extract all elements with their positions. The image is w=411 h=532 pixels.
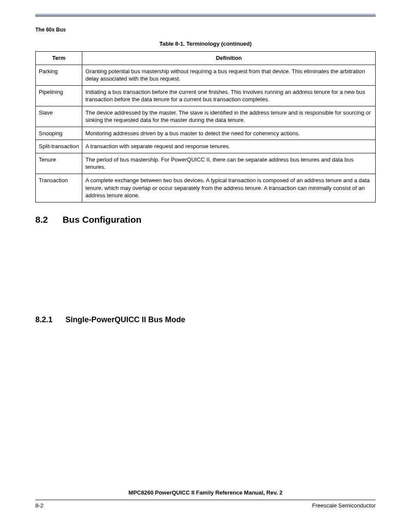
table-row: Snooping Monitoring addresses driven by … <box>36 127 376 140</box>
top-rule <box>35 15 376 17</box>
col-header-term: Term <box>36 52 82 65</box>
footer-vendor: Freescale Semiconductor <box>312 502 376 509</box>
definition-cell: Granting potential bus mastership withou… <box>82 65 376 85</box>
table-row: Tenure The period of bus mastership. For… <box>36 153 376 174</box>
term-cell: Transaction <box>36 174 82 202</box>
subsection-number: 8.2.1 <box>35 315 53 324</box>
definition-cell: A complete exchange between two bus devi… <box>82 174 376 202</box>
table-row: Slave The device addressed by the master… <box>36 106 376 127</box>
section-heading: 8.2 Bus Configuration <box>35 215 376 225</box>
table-row: Parking Granting potential bus mastershi… <box>36 65 376 85</box>
content-area: Table 8-1. Terminology (continued) Term … <box>35 40 376 324</box>
section-number: 8.2 <box>35 215 48 225</box>
table-caption: Table 8-1. Terminology (continued) <box>35 40 376 47</box>
page: The 60x Bus Table 8-1. Terminology (cont… <box>0 0 411 532</box>
definition-cell: The device addressed by the master. The … <box>82 106 376 127</box>
table-row: Transaction A complete exchange between … <box>36 174 376 202</box>
section-title: Bus Configuration <box>62 215 141 225</box>
terminology-table: Term Definition Parking Granting potenti… <box>35 51 376 202</box>
table-header-row: Term Definition <box>36 52 376 65</box>
definition-cell: The period of bus mastership. For PowerQ… <box>82 153 376 174</box>
term-cell: Tenure <box>36 153 82 174</box>
subsection-title: Single-PowerQUICC II Bus Mode <box>65 315 185 324</box>
definition-cell: Monitoring addresses driven by a bus mas… <box>82 127 376 140</box>
subsection-heading: 8.2.1 Single-PowerQUICC II Bus Mode <box>35 315 376 324</box>
col-header-definition: Definition <box>82 52 376 65</box>
running-header: The 60x Bus <box>35 27 66 33</box>
definition-cell: A transaction with separate request and … <box>82 140 376 153</box>
term-cell: Parking <box>36 65 82 85</box>
table-row: Split-transaction A transaction with sep… <box>36 140 376 153</box>
term-cell: Slave <box>36 106 82 127</box>
footer-rule <box>35 500 376 500</box>
term-cell: Split-transaction <box>36 140 82 153</box>
footer-document-title: MPC8260 PowerQUICC II Family Reference M… <box>0 489 411 496</box>
footer-page-number: 8-2 <box>35 502 44 509</box>
table-row: Pipelining Initiating a bus transaction … <box>36 85 376 106</box>
term-cell: Pipelining <box>36 85 82 106</box>
term-cell: Snooping <box>36 127 82 140</box>
definition-cell: Initiating a bus transaction before the … <box>82 85 376 106</box>
